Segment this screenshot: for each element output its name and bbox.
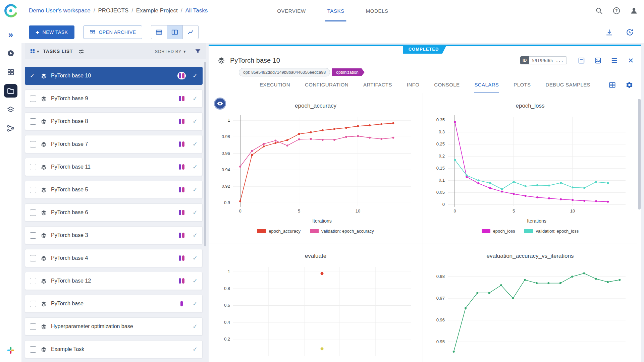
- top-tab-models[interactable]: MODELS: [364, 0, 390, 21]
- experiment-icon: [41, 255, 47, 261]
- preview-image-icon[interactable]: [594, 57, 602, 64]
- row-checkbox[interactable]: [30, 301, 36, 307]
- table-view-button[interactable]: [151, 25, 167, 39]
- task-tag[interactable]: optimization: [332, 68, 365, 76]
- row-checkbox[interactable]: [30, 96, 36, 102]
- row-checkbox[interactable]: [30, 187, 36, 193]
- legend-item[interactable]: epoch_accuracy: [257, 229, 301, 234]
- task-row[interactable]: PyTorch base 8 ✓: [25, 112, 203, 130]
- description-icon[interactable]: [578, 57, 585, 64]
- tasks-panel: ▾ TASKS LIST SORTED BY ▾ ✓ PyTorch base …: [25, 43, 206, 362]
- task-name[interactable]: PyTorch base 8: [51, 118, 88, 124]
- gear-icon[interactable]: [626, 81, 633, 89]
- chart-plot[interactable]: 051000.050.10.150.20.250.30.35Iterations: [426, 113, 634, 225]
- task-row[interactable]: PyTorch base 6 ✓: [25, 203, 203, 222]
- detail-scrollbar[interactable]: [638, 99, 641, 209]
- breadcrumb-item[interactable]: Example Project: [136, 7, 178, 14]
- metrics-table-icon[interactable]: [608, 81, 616, 89]
- row-checkbox[interactable]: [30, 164, 36, 170]
- quickstart-icon[interactable]: »: [4, 28, 17, 41]
- help-icon[interactable]: ?: [612, 7, 621, 15]
- slack-icon[interactable]: [6, 346, 15, 356]
- legend-item[interactable]: epoch_loss: [482, 229, 515, 234]
- task-row[interactable]: Hyperparameter optimization base ✓: [25, 317, 203, 336]
- search-icon[interactable]: [595, 7, 603, 15]
- task-name[interactable]: Example Task: [51, 346, 84, 352]
- chart-view-button[interactable]: [182, 25, 199, 39]
- reports-icon[interactable]: [4, 65, 17, 79]
- row-checkbox[interactable]: [30, 232, 36, 239]
- top-tab-overview[interactable]: OVERVIEW: [275, 0, 308, 21]
- top-tab-tasks[interactable]: TASKS: [325, 0, 346, 21]
- task-name[interactable]: PyTorch base: [51, 301, 84, 307]
- task-row[interactable]: ✓ PyTorch base 10 ✓: [25, 67, 203, 85]
- legend-swatch: [524, 229, 533, 233]
- chart-plot[interactable]: 0.20.40.60.81: [212, 263, 420, 362]
- task-row[interactable]: PyTorch base 11 ✓: [25, 158, 203, 176]
- task-name[interactable]: PyTorch base 5: [51, 187, 88, 193]
- task-name[interactable]: PyTorch base 6: [51, 209, 88, 216]
- detail-tab-execution[interactable]: EXECUTION: [260, 77, 290, 93]
- tasks-scrollbar[interactable]: [204, 62, 206, 246]
- detail-tab-console[interactable]: CONSOLE: [434, 77, 460, 93]
- row-checkbox[interactable]: [30, 141, 36, 147]
- detail-tab-scalars[interactable]: SCALARS: [474, 77, 499, 93]
- task-name[interactable]: PyTorch base 3: [51, 232, 88, 238]
- svg-text:Iterations: Iterations: [312, 218, 332, 224]
- chart-plot[interactable]: 05100.90.920.940.960.981Iterations: [212, 113, 420, 225]
- sorted-by-dropdown[interactable]: SORTED BY ▾: [155, 49, 186, 54]
- legend-item[interactable]: validation: epoch_loss: [524, 229, 579, 234]
- task-row[interactable]: Example Task ✓: [25, 340, 203, 358]
- task-name[interactable]: PyTorch base 4: [51, 255, 88, 261]
- legend-item[interactable]: validation: epoch_accuracy: [310, 229, 374, 234]
- clearml-logo-icon[interactable]: [3, 3, 18, 18]
- task-name[interactable]: PyTorch base 12: [51, 278, 91, 284]
- profile-avatar-icon[interactable]: [630, 7, 638, 15]
- open-archive-button[interactable]: OPEN ARCHIVE: [83, 25, 142, 39]
- auto-refresh-icon[interactable]: [626, 28, 634, 37]
- task-id-pill[interactable]: ID 59f99d65 ...: [520, 56, 567, 64]
- split-view-button[interactable]: [167, 25, 183, 39]
- detail-tab-info[interactable]: INFO: [407, 77, 419, 93]
- detail-tab-debug-samples[interactable]: DEBUG SAMPLES: [545, 77, 590, 93]
- detail-tab-artifacts[interactable]: ARTIFACTS: [363, 77, 392, 93]
- row-checkbox[interactable]: [30, 346, 36, 353]
- row-checkbox[interactable]: [30, 118, 36, 125]
- filter-icon[interactable]: [195, 48, 201, 55]
- projects-icon[interactable]: [4, 84, 17, 98]
- task-name[interactable]: Hyperparameter optimization base: [51, 323, 133, 329]
- datasets-icon[interactable]: [4, 103, 17, 116]
- menu-icon[interactable]: ☰: [610, 57, 618, 64]
- row-selected-check-icon[interactable]: ✓: [30, 72, 36, 79]
- breadcrumb-item[interactable]: Demo User's workspace: [29, 7, 91, 14]
- view-mode-dropdown[interactable]: ▾: [30, 48, 39, 54]
- row-checkbox[interactable]: [30, 255, 36, 261]
- task-name[interactable]: PyTorch base 9: [51, 96, 88, 102]
- breadcrumb-item[interactable]: All Tasks: [185, 7, 208, 14]
- task-row[interactable]: PyTorch base 5 ✓: [25, 181, 203, 199]
- close-icon[interactable]: ✕: [627, 57, 635, 64]
- chart-plot[interactable]: 0.950.960.970.98: [426, 263, 634, 362]
- task-tag[interactable]: opt: 85e5482ddd7149b8ba0446356eedca98: [239, 68, 330, 76]
- task-row[interactable]: PyTorch base 12 ✓: [25, 272, 203, 290]
- row-checkbox[interactable]: [30, 209, 36, 216]
- task-row[interactable]: PyTorch base ✓: [25, 295, 203, 313]
- row-checkbox[interactable]: [30, 323, 36, 330]
- breadcrumb-item[interactable]: PROJECTS: [98, 7, 128, 14]
- task-name[interactable]: PyTorch base 7: [51, 141, 88, 147]
- pipelines-icon[interactable]: [4, 122, 17, 135]
- detail-tab-configuration[interactable]: CONFIGURATION: [305, 77, 348, 93]
- task-row[interactable]: PyTorch base 4 ✓: [25, 249, 203, 267]
- detail-tab-plots[interactable]: PLOTS: [514, 77, 531, 93]
- task-name[interactable]: PyTorch base 11: [51, 164, 91, 170]
- customize-columns-icon[interactable]: [78, 48, 85, 55]
- task-row[interactable]: PyTorch base 7 ✓: [25, 135, 203, 153]
- row-checkbox[interactable]: [30, 278, 36, 284]
- task-row[interactable]: PyTorch base 3 ✓: [25, 226, 203, 244]
- download-icon[interactable]: [605, 28, 613, 37]
- new-task-button[interactable]: + NEW TASK: [29, 25, 74, 39]
- task-row[interactable]: PyTorch base 9 ✓: [25, 89, 203, 108]
- graph-visibility-button[interactable]: [214, 98, 226, 110]
- task-name[interactable]: PyTorch base 10: [51, 73, 91, 79]
- workers-queues-icon[interactable]: [4, 47, 17, 60]
